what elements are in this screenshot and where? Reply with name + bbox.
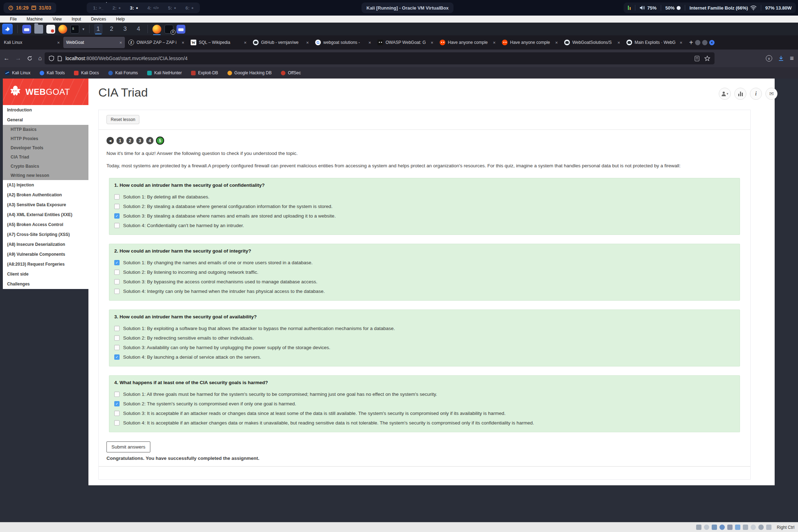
quiz-option-row[interactable]: Solution 4: Integrity can only be harmed…	[114, 287, 735, 296]
sidebar-item[interactable]: (A8) Insecure Deserialization ✓ ›	[3, 239, 88, 249]
browser-tab[interactable]: Main Exploits · WebG ×	[624, 37, 685, 48]
sidebar-item[interactable]: Challenges ✓ ›	[3, 279, 88, 289]
optical-disc-status-icon[interactable]	[704, 525, 709, 530]
guest-workspace[interactable]: 4	[134, 24, 143, 34]
sidebar-item[interactable]: (A3) Sensitive Data Exposure ✓ ›	[3, 200, 88, 210]
host-workspace[interactable]: 2: ●	[112, 5, 121, 11]
audio-status-icon[interactable]	[712, 525, 717, 530]
terminal-launcher-icon[interactable]: $	[70, 25, 79, 34]
option-checkbox[interactable]	[114, 335, 120, 341]
display-status-icon[interactable]	[743, 525, 748, 530]
vbox-menu-item[interactable]: View	[53, 17, 62, 22]
option-checkbox[interactable]	[114, 326, 120, 331]
option-label[interactable]: Solution 1: By deleting all the database…	[123, 194, 209, 200]
browser-tab[interactable]: WebGoat ×	[63, 37, 125, 48]
network-indicator[interactable]: Internet Familie Bolz (66%)	[689, 5, 756, 11]
sidebar-item[interactable]: Developer Tools ✓ ›	[3, 143, 88, 152]
option-label[interactable]: Solution 4: By launching a denial of ser…	[123, 354, 261, 360]
pagination-page-button[interactable]: 1	[116, 137, 124, 144]
folder-icon[interactable]	[34, 25, 43, 34]
quiz-option-row[interactable]: Solution 4: Confidentiality can't be har…	[114, 221, 735, 230]
guest-workspace[interactable]: 3	[121, 24, 129, 34]
volume-indicator[interactable]: 75%	[640, 5, 657, 11]
browser-tab[interactable]: Have anyone comple ×	[437, 37, 498, 48]
page-info-icon[interactable]	[58, 56, 62, 61]
text-editor-icon[interactable]	[46, 25, 55, 34]
sidebar-item[interactable]: (A2) Broken Authentication ✓ ›	[3, 190, 88, 200]
guest-workspace[interactable]: 1	[94, 24, 103, 34]
download-icon[interactable]	[778, 56, 784, 61]
option-label[interactable]: Solution 3: By bypassing the access cont…	[123, 279, 317, 284]
chevron-down-icon[interactable]: ▾	[82, 27, 85, 31]
tab-close-icon[interactable]: ×	[555, 40, 558, 45]
bookmark-item[interactable]: Google Hacking DB	[227, 70, 272, 75]
quiz-option-row[interactable]: Solution 2: By redirecting sensitive ema…	[114, 333, 735, 343]
quiz-option-row[interactable]: Solution 4: It is acceptable if an attac…	[114, 418, 735, 428]
sidebar-item[interactable]: Writing new lesson ✓ ›	[3, 171, 88, 180]
guest-workspace[interactable]: 2	[108, 24, 116, 34]
shield-icon[interactable]	[49, 56, 54, 61]
quiz-option-row[interactable]: Solution 4: By launching a denial of ser…	[114, 352, 735, 362]
terminal-task-icon[interactable]: 3	[164, 25, 173, 34]
quiz-option-row[interactable]: Solution 3: By bypassing the access cont…	[114, 277, 735, 287]
quiz-option-row[interactable]: Solution 2: By stealing a database where…	[114, 202, 735, 211]
option-label[interactable]: Solution 1: All three goals must be harm…	[123, 392, 437, 397]
option-label[interactable]: Solution 4: It is acceptable if an attac…	[123, 420, 534, 426]
sidebar-item[interactable]: Client side ✓ ›	[3, 269, 88, 279]
option-checkbox[interactable]	[114, 289, 120, 294]
pagination-prev-button[interactable]: ◀	[106, 137, 114, 144]
tab-close-icon[interactable]: ×	[57, 40, 60, 45]
shared-folders-status-icon[interactable]	[735, 525, 740, 530]
close-button[interactable]: ×	[709, 40, 715, 45]
usb-status-icon[interactable]	[727, 525, 733, 530]
submit-answers-button[interactable]: Submit answers	[106, 441, 150, 452]
option-checkbox[interactable]	[114, 213, 120, 219]
pagination-page-button[interactable]: 4	[146, 137, 154, 144]
pagination-page-button[interactable]: 2	[126, 137, 134, 144]
host-workspace[interactable]: 4: </>	[148, 5, 159, 11]
option-checkbox[interactable]	[114, 260, 120, 265]
brightness-indicator[interactable]: 50%	[665, 5, 681, 11]
host-workspace[interactable]: 3: ●	[130, 5, 138, 11]
vbox-menu-item[interactable]: Help	[116, 17, 125, 22]
option-checkbox[interactable]	[114, 401, 120, 406]
quiz-option-row[interactable]: Solution 1: By deleting all the database…	[114, 192, 735, 202]
reset-lesson-button[interactable]: Reset lesson	[106, 115, 139, 124]
vbox-menu-item[interactable]: File	[10, 17, 17, 22]
tab-close-icon[interactable]: ×	[119, 40, 122, 45]
home-icon[interactable]: ⌂	[38, 55, 42, 62]
tab-close-icon[interactable]: ×	[493, 40, 496, 45]
tab-close-icon[interactable]: ×	[244, 40, 247, 45]
option-checkbox[interactable]	[114, 204, 120, 209]
battery-indicator[interactable]: 97% 13.80W	[765, 5, 792, 11]
pocket-icon[interactable]: ∨	[766, 55, 772, 62]
tab-close-icon[interactable]: ×	[680, 40, 682, 45]
tab-close-icon[interactable]: ×	[306, 40, 309, 45]
option-checkbox[interactable]	[114, 345, 120, 350]
option-label[interactable]: Solution 2: By redirecting sensitive ema…	[123, 335, 254, 341]
quiz-option-row[interactable]: Solution 2: The system's security is com…	[114, 399, 735, 409]
pagination-page-button[interactable]: 5	[156, 137, 164, 145]
host-workspace[interactable]: 5: ●	[168, 5, 176, 11]
sidebar-item[interactable]: HTTP Basics ✓ ›	[3, 125, 88, 134]
kali-menu-button[interactable]	[2, 24, 13, 34]
browser-tab[interactable]: OWASP WebGoat: G ×	[375, 37, 436, 48]
option-label[interactable]: Solution 1: By changing the names and em…	[123, 260, 313, 265]
option-label[interactable]: Solution 1: By exploiting a software bug…	[123, 326, 395, 331]
browser-tab[interactable]: OWASP ZAP – ZAP i ×	[126, 37, 187, 48]
sidebar-item[interactable]: (A9) Vulnerable Components ✓ ›	[3, 249, 88, 259]
system-monitor-icon[interactable]	[628, 6, 631, 10]
quiz-option-row[interactable]: Solution 1: All three goals must be harm…	[114, 389, 735, 399]
file-manager-icon[interactable]	[22, 25, 31, 34]
firefox-launcher-icon[interactable]	[58, 25, 67, 34]
sidebar-item[interactable]: (A1) Injection ✓ ›	[3, 180, 88, 190]
firefox-task-icon[interactable]	[152, 25, 161, 34]
vbox-menu-item[interactable]: Machine	[27, 17, 42, 22]
bookmark-item[interactable]: Kali NetHunter	[147, 70, 182, 75]
sidebar-item[interactable]: HTTP Proxies ✓ ›	[3, 134, 88, 143]
contact-button[interactable]: ✉	[765, 88, 777, 100]
quiz-option-row[interactable]: Solution 3: It is acceptable if an attac…	[114, 409, 735, 418]
tab-close-icon[interactable]: ×	[617, 40, 620, 45]
option-label[interactable]: Solution 2: By stealing a database where…	[123, 204, 332, 209]
hdd-status-icon[interactable]	[696, 525, 701, 530]
